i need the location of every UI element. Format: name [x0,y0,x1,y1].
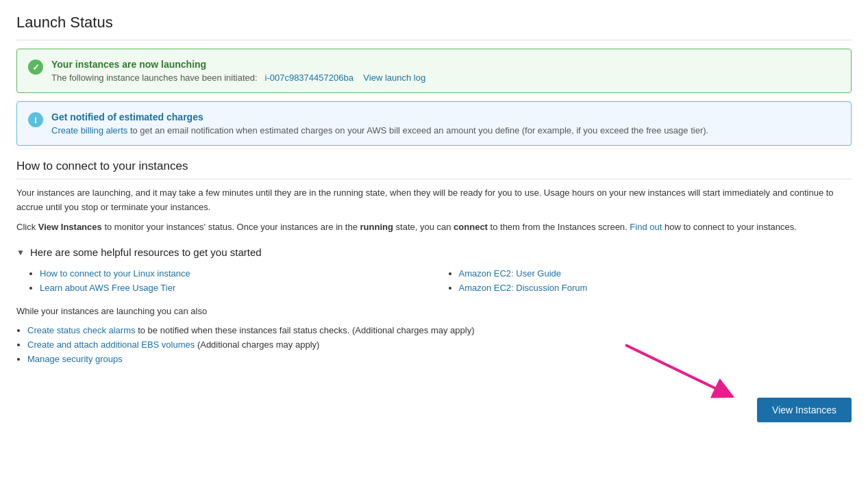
connect-section-title: How to connect to your instances [16,159,852,179]
connect-bold: connect [454,222,488,232]
connect-para2-mid3: to them from the Instances screen. [488,222,630,232]
connect-para2: Click View Instances to monitor your ins… [16,220,852,235]
view-instances-bold: View Instances [38,222,102,232]
connect-para2-mid: to monitor your instances' status. Once … [102,222,360,232]
connect-para2-suffix: how to connect to your instances. [662,222,797,232]
free-tier-link[interactable]: Learn about AWS Free Usage Tier [40,283,175,293]
bottom-bar: View Instances [16,387,852,422]
billing-alert-title: Get notified of estimated charges [51,112,708,123]
billing-body-suffix: to get an email notification when estima… [130,125,708,136]
manage-security-groups-link[interactable]: Manage security groups [27,354,123,364]
instance-id-link[interactable]: i-007c98374457206ba [265,73,354,83]
billing-alert-content: Get notified of estimated charges Create… [51,112,708,136]
view-instances-button[interactable]: View Instances [757,398,852,422]
connect-para2-mid2: state, you can [393,222,454,232]
resource-item-4: Amazon EC2: Discussion Forum [459,281,852,295]
billing-alert-body: Create billing alerts to get an email no… [51,125,708,136]
view-launch-log-link[interactable]: View launch log [363,73,425,83]
billing-alert: i Get notified of estimated charges Crea… [16,101,852,146]
running-bold: running [360,222,393,232]
ec2-guide-link[interactable]: Amazon EC2: User Guide [459,268,562,279]
status-check-alarms-link[interactable]: Create status check alarms [27,325,136,335]
action-item-1-suffix: to be notified when these instances fail… [138,325,474,335]
action-item-2: Create and attach additional EBS volumes… [27,337,852,352]
resource-item-1: How to connect to your Linux instance [40,266,433,281]
action-item-2-suffix: (Additional charges may apply) [197,339,319,350]
resources-header[interactable]: ▼ Here are some helpful resources to get… [16,246,852,258]
info-icon: i [28,112,43,127]
ebs-volumes-link[interactable]: Create and attach additional EBS volumes [27,339,195,350]
connect-para1: Your instances are launching, and it may… [16,186,852,215]
resource-item-3: Amazon EC2: User Guide [459,266,852,281]
success-alert-content: Your instances are now launching The fol… [51,59,425,83]
chevron-icon: ▼ [16,248,25,257]
action-item-3: Manage security groups [27,352,852,366]
find-out-link[interactable]: Find out [630,222,662,232]
create-billing-alerts-link[interactable]: Create billing alerts [51,125,127,136]
ec2-forum-link[interactable]: Amazon EC2: Discussion Forum [459,283,588,293]
resource-item-2: Learn about AWS Free Usage Tier [40,281,433,295]
success-alert: ✓ Your instances are now launching The f… [16,49,852,93]
linux-connect-link[interactable]: How to connect to your Linux instance [40,268,190,279]
action-item-1: Create status check alarms to be notifie… [27,323,852,337]
success-body-prefix: The following instance launches have bee… [51,73,258,83]
while-launching-text: While your instances are launching you c… [16,306,852,316]
resources-header-label: Here are some helpful resources to get y… [30,246,262,258]
page-title: Launch Status [16,14,852,40]
resources-grid: How to connect to your Linux instance Le… [27,266,852,295]
connect-para2-prefix: Click [16,222,38,232]
success-alert-body: The following instance launches have bee… [51,73,425,83]
success-alert-title: Your instances are now launching [51,59,425,70]
success-icon: ✓ [28,60,43,75]
action-list: Create status check alarms to be notifie… [27,323,852,366]
